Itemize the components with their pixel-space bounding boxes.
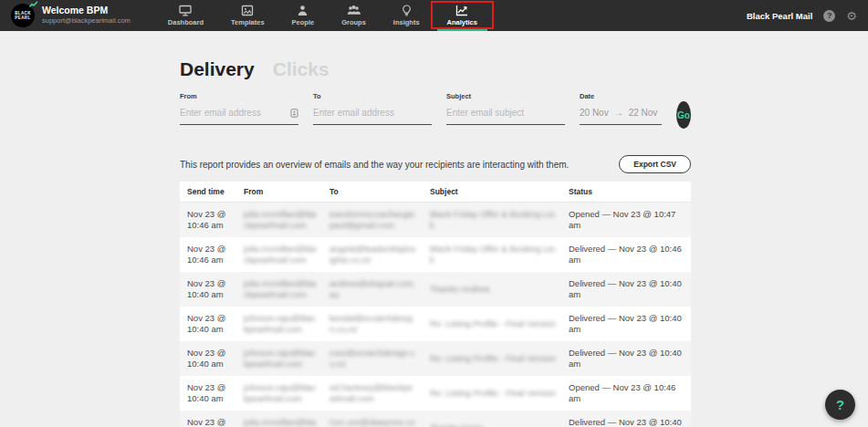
cell-from: julia.mcmillan@blackpearlmail.com [236,278,322,300]
filter-bar: From Enter email address To Enter email … [180,92,691,129]
to-input[interactable]: Enter email address [313,108,432,125]
tab-delivery[interactable]: Delivery [180,58,255,80]
subject-input[interactable]: Enter email subject [446,108,565,125]
header-status: Status [561,187,691,196]
help-fab-button[interactable]: ? [825,390,855,420]
cell-status: Delivered — Nov 23 @ 10:40 am [561,348,691,370]
table-header-row: Send time From To Subject Status [180,182,691,203]
top-navbar: BLACK PEARL Welcome BPM support@blackpea… [0,0,868,31]
cell-send-time: Nov 23 @ 10:40 am [180,313,236,335]
nav-item-insights[interactable]: Insights [380,0,434,31]
date-end: 22 Nov [629,108,658,118]
cell-from: johnson.raju@blackpearlmail.com [236,382,322,404]
report-description: This report provides an overview of emai… [180,160,569,170]
brand-name: Black Pearl Mail [747,11,812,21]
table-row[interactable]: Nov 23 @ 10:40 am johnson.raju@blackpear… [180,376,691,411]
cell-send-time: Nov 23 @ 10:46 am [180,244,236,266]
cell-subject: Re: Listing Profile - Final Version [423,388,561,399]
report-tabs: Delivery Clicks [180,58,691,80]
cell-status: Delivered — Nov 23 @ 10:40 am [561,278,691,300]
black-pearl-logo[interactable]: BLACK PEARL [11,4,35,27]
header-subject: Subject [423,187,561,196]
table-body: Nov 23 @ 10:46 am julia.mcmillan@blackpe… [180,203,691,427]
cell-send-time: Nov 23 @ 10:40 am [180,348,236,370]
nav-item-groups[interactable]: Groups [328,0,380,31]
cell-from: julia.mcmillan@blackpearlmail.com [236,209,322,231]
help-icon[interactable]: ? [823,10,835,22]
dashboard-icon [179,5,192,16]
tab-clicks[interactable]: Clicks [273,58,329,80]
subject-field: Subject Enter email subject [446,92,565,125]
date-start: 20 Nov [580,108,609,118]
cell-subject: Thanks Ozzie [423,422,561,427]
cell-subject: Black Friday Offer & Booking Link [423,244,561,266]
main-nav: Dashboard Templates People Gr [154,0,491,31]
cell-to: transformscoachangiepaul@gmail.com [322,209,423,231]
nav-item-analytics[interactable]: Analytics [434,0,491,31]
date-field: Date 20 Nov → 22 Nov [580,92,662,125]
cell-from: julia.mcmillan@blackpearlmail.com [236,244,322,266]
active-tab-underline [437,28,487,31]
table-row[interactable]: Nov 23 @ 10:46 am julia.mcmillan@blackpe… [180,203,691,237]
to-placeholder: Enter email address [313,108,394,118]
nav-item-templates[interactable]: Templates [217,0,278,31]
navbar-right: Black Pearl Mail ? ⚙ [747,10,857,22]
cell-from: johnson.raju@blackpearlmail.com [236,348,322,370]
cell-subject: Thanks Andrew [423,284,561,295]
cell-subject: Re: Listing Profile - Final Version [423,318,561,329]
analytics-page: Delivery Clicks From Enter email address… [180,58,691,427]
nav-item-dashboard[interactable]: Dashboard [154,0,217,31]
insights-icon [401,5,413,16]
nav-item-people[interactable]: People [278,0,329,31]
go-button[interactable]: Go [676,101,691,129]
cell-to: ross@scratchdesign.co.nz [322,348,423,370]
from-field: From Enter email address [180,92,298,125]
to-field: To Enter email address [313,92,432,125]
cell-status: Delivered — Nov 23 @ 10:40 am [561,313,691,335]
logo-spark-icon [29,1,38,8]
to-label: To [313,92,432,100]
table-row[interactable]: Nov 23 @ 10:40 am johnson.raju@blackpear… [180,307,691,341]
logo-text: PEARL [15,16,30,20]
cell-send-time: Nov 23 @ 10:46 am [180,209,236,231]
from-placeholder: Enter email address [180,108,261,118]
from-input[interactable]: Enter email address [180,108,298,125]
export-csv-button[interactable]: Export CSV [619,155,691,173]
gear-icon[interactable]: ⚙ [846,10,857,22]
cell-subject: Re: Listing Profile - Final Version [423,353,561,364]
cell-from: johnson.raju@blackpearlmail.com [236,313,322,335]
cell-status: Opened — Nov 23 @ 10:46 am [561,382,691,404]
date-label: Date [580,92,662,100]
cell-subject: Black Friday Offer & Booking Link [423,209,561,231]
cell-send-time: Nov 23 @ 10:40 am [180,382,236,404]
welcome-block: Welcome BPM support@blackpearlmail.com [42,5,131,26]
table-row[interactable]: Nov 23 @ 10:40 am julia.mcmillan@blackpe… [180,411,691,427]
analytics-icon [455,5,468,16]
cell-from: julia.mcmillan@blackpearlmail.com [236,417,322,427]
nav-label: Templates [231,18,265,26]
cell-to: Cec.ore@dawynne.com [322,417,423,427]
table-row[interactable]: Nov 23 @ 10:40 am johnson.raju@blackpear… [180,341,691,376]
header-to: To [322,187,423,196]
from-label: From [180,92,298,100]
cell-to: andrew@shapair.com.au [322,278,423,300]
cell-status: Delivered — Nov 23 @ 10:40 am [561,417,691,427]
cell-send-time: Nov 23 @ 10:40 am [180,417,236,427]
arrow-right-icon: → [614,108,623,118]
nav-label: Dashboard [168,18,204,26]
people-icon [297,5,309,16]
table-row[interactable]: Nov 23 @ 10:46 am julia.mcmillan@blackpe… [180,237,691,272]
report-header-row: This report provides an overview of emai… [180,155,691,173]
nav-label: Insights [393,18,420,26]
templates-icon [241,5,254,16]
subject-placeholder: Enter email subject [446,108,524,118]
cell-status: Opened — Nov 23 @ 10:47 am [561,209,691,231]
date-range-input[interactable]: 20 Nov → 22 Nov [580,108,662,125]
welcome-title: Welcome BPM [42,5,131,16]
cell-to: angela@leadershipinsights.co.nz [322,244,423,266]
account-email: support@blackpearlmail.com [42,16,131,26]
nav-label: Groups [341,18,366,26]
subject-label: Subject [446,92,565,100]
contact-picker-icon[interactable] [290,109,298,118]
table-row[interactable]: Nov 23 @ 10:40 am julia.mcmillan@blackpe… [180,272,691,307]
